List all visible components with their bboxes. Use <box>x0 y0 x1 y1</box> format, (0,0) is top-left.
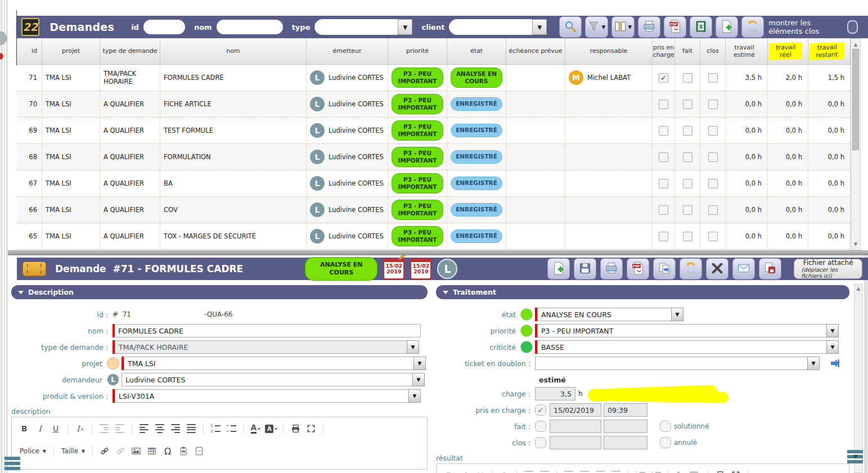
etat-select[interactable]: ANALYSE EN COURS ▼ <box>535 308 683 321</box>
new-item-button[interactable] <box>716 16 738 38</box>
duplicate-button[interactable] <box>653 258 676 280</box>
col-nom[interactable]: nom <box>160 38 307 65</box>
demandeur-select[interactable]: Ludivine CORTES ▼ <box>122 373 425 386</box>
image-icon[interactable] <box>129 444 143 458</box>
doublon-select[interactable]: ▼ <box>535 357 820 370</box>
attach-file-button[interactable]: Fichier attaché (déplacer les fichiers i… <box>794 259 862 279</box>
description-editor[interactable]: B I U Ix 12 •• A▾ A▾ Police▼ <box>11 417 428 470</box>
table-row[interactable]: 71 TMA LSI TMA/PACK HORAIRE FORMULES CAD… <box>17 65 851 91</box>
scroll-up-icon[interactable]: ▲ <box>854 286 862 291</box>
col-etat[interactable]: état <box>447 38 506 65</box>
align-center-icon[interactable] <box>153 422 167 435</box>
fait-checkbox[interactable] <box>683 232 692 241</box>
pris-checkbox[interactable] <box>659 232 668 241</box>
chevron-down-icon[interactable]: ▼ <box>826 324 839 337</box>
bold-icon[interactable]: B <box>17 422 31 435</box>
charge-input[interactable] <box>535 387 575 400</box>
fait-time-input[interactable] <box>604 420 647 433</box>
italic-icon[interactable]: I <box>33 422 47 435</box>
solutionne-checkbox[interactable] <box>660 421 671 432</box>
criticite-select[interactable]: BASSE ▼ <box>535 340 839 354</box>
chevron-down-icon[interactable]: ▼ <box>826 340 839 354</box>
table-scrollbar[interactable]: ▲ ▼ <box>851 38 861 250</box>
col-clos[interactable]: clos <box>700 38 726 65</box>
pris-checkbox[interactable] <box>659 152 668 162</box>
table-row[interactable]: 69 TMA LSI A QUALIFIER TEST FORMULE LLud… <box>17 118 851 144</box>
scrollbar-thumb[interactable] <box>852 49 859 150</box>
ordered-list-icon[interactable]: 12 <box>209 422 222 435</box>
chevron-down-icon[interactable]: ▼ <box>807 357 820 370</box>
show-closed-checkbox[interactable] <box>847 20 858 34</box>
underline-icon[interactable]: U <box>474 469 487 473</box>
chevron-down-icon[interactable]: ▼ <box>532 19 547 35</box>
table-row[interactable]: 65 TMA LSI A QUALIFIER TOX - MARGES DE S… <box>17 223 851 250</box>
filter-id-input[interactable] <box>143 20 185 34</box>
chevron-down-icon[interactable]: ▼ <box>408 389 421 403</box>
bold-icon[interactable]: B <box>442 469 456 473</box>
col-emetteur[interactable]: émetteur <box>307 38 388 65</box>
refresh-button[interactable] <box>680 258 702 280</box>
columns-button[interactable]: ▼ <box>611 16 635 38</box>
italic-icon[interactable]: I <box>458 469 471 473</box>
col-travail-reel[interactable]: travail réel <box>768 38 808 65</box>
table-row[interactable]: 67 TMA LSI A QUALIFIER BA LLudivine CORT… <box>17 170 851 197</box>
pris-time-input[interactable] <box>604 403 647 417</box>
pris-checkbox[interactable] <box>659 205 668 215</box>
nom-input[interactable] <box>113 324 421 337</box>
paste-word-icon[interactable]: W <box>177 444 190 458</box>
table-row[interactable]: 66 TMA LSI A QUALIFIER COV LLudivine COR… <box>17 197 851 223</box>
fait-checkbox[interactable] <box>683 73 692 83</box>
col-echeance[interactable]: échéance prévue <box>506 38 565 65</box>
excel-export-button[interactable]: X <box>690 16 712 38</box>
scroll-down-icon[interactable]: ▼ <box>851 240 860 249</box>
table-icon[interactable] <box>145 444 159 458</box>
clos-checkbox[interactable] <box>708 179 718 188</box>
unlink-icon[interactable] <box>114 444 127 458</box>
align-right-icon[interactable] <box>593 469 607 473</box>
align-left-icon[interactable] <box>562 469 575 473</box>
detail-scrollbar[interactable]: ▲ <box>854 284 863 473</box>
goto-ticket-icon[interactable] <box>829 358 841 369</box>
clos-checkbox[interactable] <box>708 205 718 215</box>
align-right-icon[interactable] <box>169 422 182 435</box>
bg-color-icon[interactable]: A▾ <box>689 469 703 473</box>
remove-format-icon[interactable]: Ix <box>73 422 87 435</box>
table-row[interactable]: 70 TMA LSI A QUALIFIER FICHE ARTICLE LLu… <box>17 91 851 118</box>
maximize-icon[interactable] <box>729 469 743 473</box>
pris-checkbox[interactable] <box>659 126 668 136</box>
maximize-icon[interactable] <box>304 422 318 435</box>
print-button[interactable] <box>638 16 660 38</box>
link-icon[interactable] <box>98 444 111 458</box>
align-left-icon[interactable] <box>137 422 151 435</box>
print-icon[interactable] <box>289 422 302 435</box>
chevron-down-icon[interactable]: ▼ <box>398 19 412 35</box>
underline-icon[interactable]: U <box>49 422 62 435</box>
search-button[interactable] <box>559 16 582 38</box>
pris-checkbox[interactable] <box>659 179 668 188</box>
filter-nom-input[interactable] <box>217 20 283 34</box>
special-char-icon[interactable]: Ω <box>161 444 174 458</box>
clos-date-input[interactable] <box>550 436 601 449</box>
projet-select[interactable]: TMA LSI ▼ <box>122 357 426 370</box>
pris-checkbox[interactable]: ✓ <box>659 73 668 83</box>
outdent-icon[interactable] <box>113 422 127 435</box>
traitement-section-header[interactable]: Traitement <box>436 285 849 299</box>
pris-checkbox[interactable] <box>659 100 668 109</box>
indent-icon[interactable] <box>522 469 536 473</box>
fait-checkbox[interactable] <box>683 126 692 136</box>
resize-grip[interactable] <box>5 457 20 470</box>
description-section-header[interactable]: Description <box>11 285 428 299</box>
fait-checkbox[interactable] <box>683 205 692 215</box>
col-travail-restant[interactable]: travail restant <box>808 38 851 65</box>
col-id[interactable]: id <box>17 38 42 65</box>
clos-time-input[interactable] <box>604 436 647 449</box>
col-travail-estime[interactable]: travail estimé <box>726 38 768 65</box>
pris-date-input[interactable] <box>550 403 601 417</box>
justify-icon[interactable] <box>609 469 623 473</box>
mail-button[interactable] <box>732 258 755 280</box>
save-button[interactable] <box>574 258 596 280</box>
fait-checkbox[interactable] <box>683 152 692 162</box>
clos-checkbox[interactable] <box>708 126 718 136</box>
col-priorite[interactable]: priorité <box>388 38 447 65</box>
table-row[interactable]: 68 TMA LSI A QUALIFIER FORMULATION LLudi… <box>17 144 851 170</box>
